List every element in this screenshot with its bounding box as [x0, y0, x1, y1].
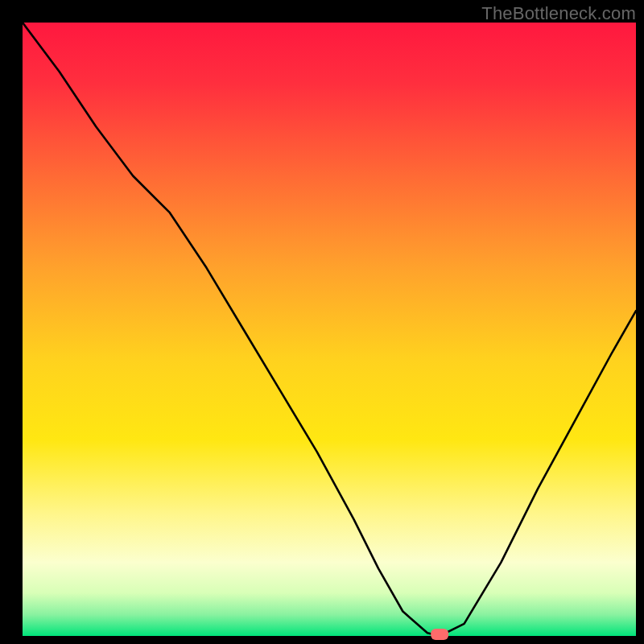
optimal-point-marker — [431, 629, 448, 640]
chart-container: TheBottleneck.com — [0, 0, 644, 644]
gradient-background — [23, 23, 636, 636]
bottleneck-chart — [0, 0, 644, 644]
